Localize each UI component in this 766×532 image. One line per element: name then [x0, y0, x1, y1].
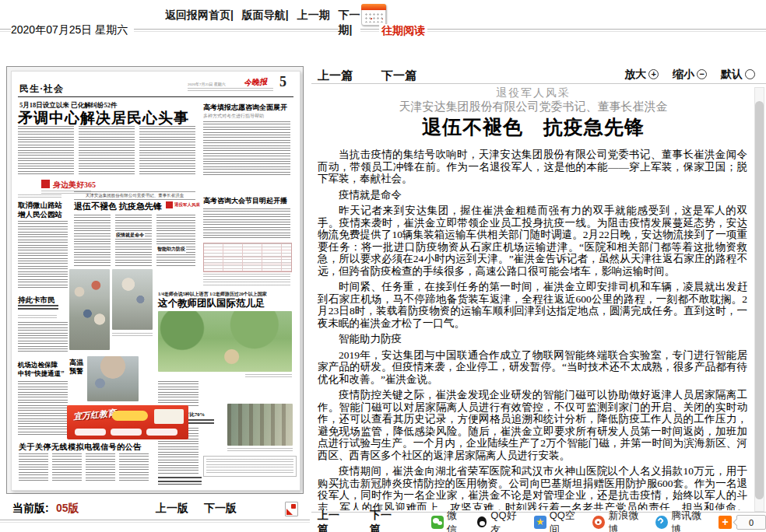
ad-decor [75, 429, 106, 436]
zoom-out-label: 缩小 [673, 68, 694, 80]
share-qq-label: QQ好友 [490, 509, 524, 532]
zoom-reset-button[interactable]: 默认 [721, 68, 755, 80]
zoom-in-icon: + [648, 69, 659, 79]
current-page-label: 当前版: [12, 502, 49, 516]
zoom-reset-icon [745, 69, 755, 79]
share-more-button[interactable] [719, 516, 732, 529]
thumb-article3-headline[interactable]: 取消微山路站 增人民公园站 [18, 201, 62, 219]
article-nav-bar: 上一篇 下一篇 放大+ 缩小− 默认 [311, 66, 766, 84]
share-qq-button[interactable]: QQ好友 [476, 509, 524, 532]
ad-decor [146, 429, 177, 436]
issue-date: 2020年07月25日 星期六 [11, 23, 134, 39]
newspaper-page-thumbnail[interactable]: 民生·社会 2020年7月25日 星期六 今晚报 5 5月18日设立以来 已化解… [11, 71, 300, 491]
photo-caption-placeholder [227, 448, 293, 451]
thumb-article4-kicker: 天津安达集团股份有限公司党委书记、董事长崔洪金 [74, 191, 195, 200]
article-paragraph: 2019年，安达集团与中国联通合作成立了物联网智能终端联合实验室，专门进行智能居… [318, 349, 747, 386]
text-placeholder [188, 88, 273, 92]
street-photo-3 [87, 356, 139, 401]
thumb-article7-line2: 中转“快捷通道” [18, 369, 65, 379]
share-qzone-label: QQ空间 [550, 509, 583, 532]
nav-home-link[interactable]: 返回报网首页| [165, 9, 234, 21]
text-placeholder [18, 322, 68, 353]
paper-page-number: 5 [279, 74, 286, 90]
share-qzone-button[interactable]: QQ空间 [534, 509, 582, 532]
text-placeholder [52, 453, 82, 482]
info-box [203, 456, 297, 477]
paper-logo: 今晚报 [244, 76, 268, 89]
share-sina-weibo-button[interactable]: 新浪微博 [592, 509, 645, 532]
thumb-article8-headline[interactable]: 这个教师团队国际范儿足 [158, 297, 265, 310]
thumb-article4-subhead2: 智能助力防疫 [156, 246, 186, 253]
nav-layout-link[interactable]: 版面导航| [242, 9, 289, 21]
next-page-link[interactable]: 下一版 [204, 502, 237, 516]
veteran-label-icon [166, 201, 173, 208]
zoom-in-button[interactable]: 放大+ [624, 68, 659, 80]
qq-icon [476, 516, 488, 529]
thumb-article4-headline[interactable]: 退伍不褪色 抗疫急先锋 [74, 201, 162, 212]
text-placeholder [86, 453, 115, 482]
zoom-out-button[interactable]: 缩小− [673, 68, 707, 80]
prev-page-link[interactable]: 上一版 [156, 502, 188, 516]
nav-next-issue-link[interactable]: 下一期| [339, 8, 360, 37]
share-next-article-link[interactable]: 下一篇 [370, 509, 400, 532]
library-photo [227, 404, 293, 446]
pdf-icon[interactable] [285, 502, 298, 516]
share-count[interactable]: 0 [736, 515, 766, 530]
thumb-article5-headline[interactable]: 高考咨询大会节目明起开播 [203, 196, 287, 206]
ad-decor [111, 429, 142, 436]
share-prev-article-link[interactable]: 上一篇 [318, 509, 348, 532]
pager-divider [0, 520, 310, 523]
article-subtitle: 天津安达集团股份有限公司党委书记、董事长崔洪金 [311, 100, 755, 114]
thumb-article9-headline[interactable]: 关于关停无线模拟电视信号的公告 [19, 442, 142, 453]
thumb-badge-label: 身边美好365 [53, 180, 96, 191]
article-subhead: 智能助力防疫 [318, 333, 747, 345]
wechat-icon [431, 516, 444, 529]
share-tencent-weibo-button[interactable]: 腾讯微博 [655, 509, 708, 532]
text-placeholder [18, 194, 61, 198]
ad-decor [154, 409, 184, 424]
past-issues-link[interactable]: 往期阅读 [379, 24, 427, 40]
article-kicker: 退役军人风采 [311, 86, 755, 100]
article-title: 退伍不褪色 抗疫急先锋 [311, 114, 755, 140]
text-placeholder [18, 126, 74, 174]
street-photo-1 [69, 269, 110, 350]
article-body: 当抗击疫情的集结号吹响时，天津安达集团股份有限公司党委书记、董事长崔洪金闻令而动… [318, 149, 747, 510]
next-article-link[interactable]: 下一篇 [381, 68, 416, 83]
text-placeholder [18, 381, 68, 436]
text-placeholder [203, 121, 290, 176]
share-wechat-label: 微信 [447, 509, 466, 532]
thumb-article4-subhead1: 疫情就是命令 [115, 232, 145, 239]
article-paragraph: 时间紧、任务重，在接到任务的第一时间，崔洪金立即安排司机和车辆，凌晨就出发赶到石… [318, 281, 747, 329]
thumb-article3-line2: 增人民公园站 [18, 210, 62, 219]
text-placeholder [158, 477, 202, 485]
text-placeholder [74, 215, 111, 266]
text-placeholder [139, 126, 195, 174]
text-placeholder [156, 215, 195, 266]
main-nav: 返回报网首页| 版面导航| 上一期 下一期| [165, 8, 366, 37]
article-scrollbar-thumb[interactable] [755, 101, 764, 499]
zoom-out-icon: − [697, 69, 707, 79]
calendar-icon[interactable] [361, 4, 386, 26]
ad-brand-text: 宜万红教育 [72, 408, 116, 423]
nav-prev-issue-link[interactable]: 上一期 [297, 9, 330, 21]
share-wechat-button[interactable]: 微信 [431, 509, 466, 532]
text-placeholder [18, 221, 68, 288]
share-bar: 上一篇 下一篇 微信 QQ好友 QQ空间 新浪微博 腾讯微博 0 [311, 512, 766, 532]
article-paragraph: 当抗击疫情的集结号吹响时，天津安达集团股份有限公司党委书记、董事长崔洪金闻令而动… [318, 149, 747, 185]
thumb-weather-line2: 预警 [69, 366, 83, 376]
tencent-weibo-icon [655, 516, 668, 529]
thumb-article2-subtitle: 多种方式对考生进行指导帮助 [203, 113, 264, 120]
headline-placeholder [18, 305, 58, 312]
thumb-article2-headline[interactable]: 高考填报志愿咨询全面展开 [203, 103, 287, 113]
qzone-star-icon [534, 516, 546, 529]
text-placeholder [19, 453, 48, 482]
masthead-rule [18, 96, 293, 97]
text-placeholder [18, 315, 57, 318]
page-thumbnail-frame: 民生·社会 2020年7月25日 星期六 今晚报 5 5月18日设立以来 已化解… [6, 66, 304, 494]
plus-icon [719, 516, 732, 529]
text-placeholder [203, 208, 290, 240]
prev-article-link[interactable]: 上一篇 [318, 68, 353, 83]
photo-caption-placeholder [112, 333, 153, 336]
share-tencent-label: 腾讯微博 [671, 509, 708, 532]
advertisement: 宜万红教育 [67, 405, 188, 439]
